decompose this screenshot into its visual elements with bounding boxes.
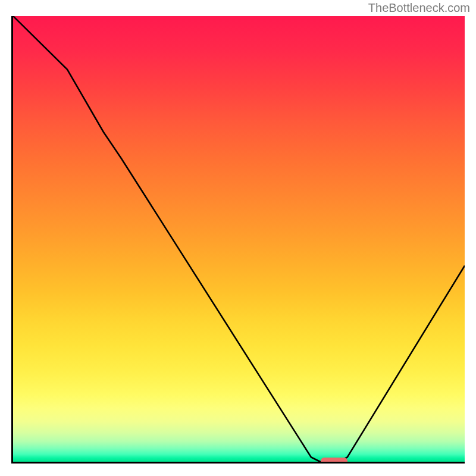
optimal-marker	[321, 458, 348, 464]
watermark-label: TheBottleneck.com	[368, 1, 470, 15]
bottleneck-curve	[13, 16, 465, 462]
chart-plot-area	[11, 16, 465, 464]
